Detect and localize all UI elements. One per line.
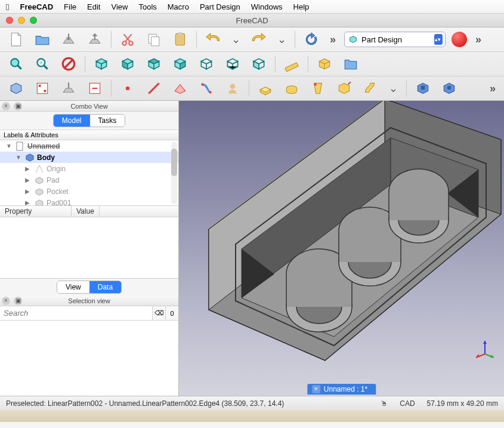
- tree-item-pad001[interactable]: ▶ Pad001: [0, 197, 178, 206]
- selection-clear-button[interactable]: ⌫: [152, 306, 165, 320]
- new-doc-button[interactable]: [6, 30, 26, 49]
- apple-menu[interactable]: : [6, 2, 9, 12]
- status-nav-mode[interactable]: CAD: [400, 399, 415, 408]
- front-view-button[interactable]: [118, 54, 138, 73]
- menu-windows[interactable]: Windows: [251, 2, 283, 11]
- tab-tasks[interactable]: Tasks: [90, 115, 125, 127]
- edit-sketch-button[interactable]: [58, 79, 79, 98]
- measure-button[interactable]: [282, 54, 302, 73]
- traffic-light-close[interactable]: [6, 17, 13, 24]
- tree-scroll-thumb[interactable]: [171, 149, 177, 176]
- saveas-button[interactable]: [85, 30, 105, 49]
- tab-data[interactable]: Data: [89, 281, 121, 293]
- overflow-3[interactable]: »: [487, 82, 498, 95]
- revolution-button[interactable]: [282, 79, 302, 98]
- top-view-button[interactable]: [144, 54, 164, 73]
- fit-selection-button[interactable]: [32, 54, 52, 73]
- selection-view-close[interactable]: ×: [2, 297, 10, 305]
- main-area: × ▣ Combo View Model Tasks Labels & Attr…: [0, 101, 504, 396]
- isometric-view-button[interactable]: [91, 54, 112, 73]
- selection-view-header: × ▣ Selection view: [0, 295, 178, 306]
- shapebinder-button[interactable]: [196, 79, 217, 98]
- combo-view-close[interactable]: ×: [2, 102, 10, 110]
- menu-view[interactable]: View: [111, 2, 128, 11]
- axis-indicator: [473, 336, 497, 360]
- menu-app[interactable]: FreeCAD: [20, 2, 53, 11]
- pocket-button[interactable]: [413, 79, 433, 98]
- right-view-button[interactable]: [170, 54, 190, 73]
- clone-button[interactable]: [222, 79, 243, 98]
- hole-button[interactable]: [439, 79, 459, 98]
- brick-model: [185, 101, 504, 396]
- overflow-2[interactable]: »: [473, 33, 484, 46]
- menu-macro[interactable]: Macro: [168, 2, 189, 11]
- document-tab-close[interactable]: ×: [312, 385, 320, 393]
- selection-search-input[interactable]: [0, 306, 152, 320]
- tree-item-pocket[interactable]: ▶ Pocket: [0, 186, 178, 197]
- menu-file[interactable]: File: [64, 2, 76, 11]
- prop-col-value: Value: [72, 206, 100, 217]
- svg-rect-3: [151, 37, 159, 46]
- combo-tabs: Model Tasks: [53, 114, 125, 127]
- menu-partdesign[interactable]: Part Design: [200, 2, 240, 11]
- datum-plane-button[interactable]: [170, 79, 190, 98]
- create-body-button[interactable]: [6, 79, 26, 98]
- copy-button[interactable]: [144, 30, 164, 49]
- svg-rect-5: [178, 32, 183, 35]
- menu-help[interactable]: Help: [293, 2, 310, 11]
- group-button[interactable]: [341, 54, 361, 73]
- menu-edit[interactable]: Edit: [87, 2, 100, 11]
- traffic-light-minimize[interactable]: [18, 17, 25, 24]
- datum-point-button[interactable]: [118, 79, 138, 98]
- loft-button[interactable]: [308, 79, 328, 98]
- document-tab[interactable]: × Unnamed : 1*: [307, 384, 376, 395]
- pipe-button[interactable]: [360, 79, 381, 98]
- redo-button[interactable]: [249, 30, 269, 49]
- tree-item-origin[interactable]: ▶ Origin: [0, 163, 178, 174]
- toolbar-file: ⌄ ⌄ » Part Design ▴▾ »: [0, 27, 504, 52]
- refresh-button[interactable]: [301, 30, 321, 49]
- combo-view-title: Combo View: [70, 103, 107, 110]
- pad-button[interactable]: [255, 79, 276, 98]
- additive-dropdown[interactable]: ⌄: [386, 82, 400, 95]
- draw-style-button[interactable]: [58, 54, 79, 73]
- create-sketch-button[interactable]: [32, 79, 52, 98]
- menu-tools[interactable]: Tools: [138, 2, 156, 11]
- selection-list[interactable]: [0, 321, 178, 396]
- workbench-selector[interactable]: Part Design ▴▾: [344, 32, 446, 47]
- toolbar-view: [0, 52, 504, 76]
- 3d-viewport[interactable]: × Unnamed : 1*: [179, 101, 504, 396]
- tab-view[interactable]: View: [57, 281, 89, 293]
- undo-dropdown[interactable]: ⌄: [229, 33, 243, 46]
- save-button[interactable]: [58, 30, 79, 49]
- selection-view-float[interactable]: ▣: [14, 297, 22, 305]
- svg-point-21: [314, 83, 317, 85]
- desktop-strip: [0, 410, 504, 422]
- svg-point-13: [39, 85, 41, 87]
- redo-dropdown[interactable]: ⌄: [275, 33, 289, 46]
- bottom-view-button[interactable]: [222, 54, 243, 73]
- status-bar: Preselected: LinearPattern002 - Unnamed.…: [0, 396, 504, 410]
- left-view-button[interactable]: [249, 54, 269, 73]
- traffic-light-zoom[interactable]: [30, 17, 37, 24]
- fit-all-button[interactable]: [6, 54, 26, 73]
- open-doc-button[interactable]: [32, 30, 52, 49]
- svg-point-16: [126, 87, 130, 91]
- sweep-button[interactable]: [334, 79, 354, 98]
- overflow-1[interactable]: »: [327, 33, 338, 46]
- tree-item-pad[interactable]: ▶ Pad: [0, 174, 178, 186]
- tree-item-doc[interactable]: ▼ Unnamed: [0, 140, 178, 152]
- model-tree[interactable]: ▼ Unnamed ▼ Body ▶ Origin ▶ Pad ▶: [0, 140, 178, 206]
- undo-button[interactable]: [203, 30, 223, 49]
- rear-view-button[interactable]: [196, 54, 217, 73]
- combo-view-float[interactable]: ▣: [14, 102, 22, 110]
- macro-record-button[interactable]: [452, 32, 467, 47]
- tree-item-body[interactable]: ▼ Body: [0, 152, 178, 163]
- paste-button[interactable]: [170, 30, 190, 49]
- cut-button[interactable]: [118, 30, 138, 49]
- map-sketch-button[interactable]: [85, 79, 105, 98]
- svg-rect-11: [285, 63, 298, 72]
- part-button[interactable]: [314, 54, 335, 73]
- datum-line-button[interactable]: [144, 79, 164, 98]
- tab-model[interactable]: Model: [54, 115, 90, 127]
